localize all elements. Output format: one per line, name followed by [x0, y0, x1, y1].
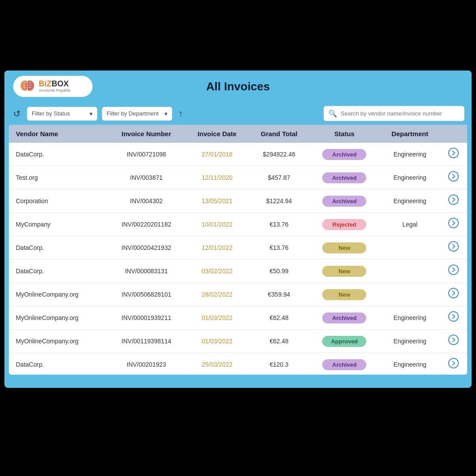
col-invoice-date: Invoice Date [185, 125, 249, 143]
svg-point-5 [449, 195, 458, 205]
cell-status: Archived [309, 353, 380, 375]
table-row: DataCorp.INV/0020192325/03/2022€120.3Arc… [9, 353, 467, 375]
page-title: All Invoices [206, 80, 270, 93]
search-box: 🔍 [324, 106, 465, 121]
table-container: Vendor Name Invoice Number Invoice Date … [9, 125, 467, 375]
cell-department: Engineering [379, 143, 440, 166]
cell-nav[interactable] [440, 306, 467, 330]
filter-dept-label: Filter by Department [107, 110, 159, 117]
row-nav-button[interactable] [448, 334, 459, 348]
status-badge: Rejected [322, 219, 366, 230]
svg-point-8 [449, 265, 458, 275]
chevron-right-circle-icon [448, 357, 459, 369]
cell-nav[interactable] [440, 213, 467, 236]
cell-invoice-date: 01/03/2022 [185, 330, 249, 353]
cell-invoice-date: 01/03/2022 [185, 306, 249, 330]
status-badge: Archived [322, 359, 366, 370]
cell-invoice-number: INV/00220201182 [108, 213, 186, 236]
header-bar: BiZBOX Accounts Payable All Invoices [4, 71, 472, 102]
logo-text: BiZBOX Accounts Payable [39, 80, 71, 93]
svg-point-6 [449, 218, 458, 228]
table-row: MyOnlineCompany.orgINV/0011939811401/03/… [9, 330, 467, 353]
row-nav-button[interactable] [448, 147, 459, 161]
row-nav-button[interactable] [448, 287, 459, 301]
chevron-right-circle-icon [448, 147, 459, 159]
cell-department: Legal [379, 213, 440, 236]
filter-dept-dropdown[interactable]: Filter by Department ▾ [102, 107, 172, 121]
chevron-right-circle-icon [448, 334, 459, 346]
status-badge: Archived [322, 172, 366, 183]
table-row: DataCorp.INV/0072109827/01/2016$294922.4… [9, 143, 467, 166]
cell-nav[interactable] [440, 283, 467, 306]
cell-grand-total: $457.87 [249, 166, 309, 190]
reset-button[interactable]: ↺ [11, 107, 22, 121]
svg-point-10 [449, 312, 458, 321]
table-row: DataCorp.INV/0002042193212/01/2022€13.76… [9, 236, 467, 260]
cell-department [379, 283, 440, 306]
sort-button[interactable]: ↑ [177, 107, 185, 120]
chevron-right-circle-icon [448, 194, 459, 205]
cell-vendor: DataCorp. [9, 260, 108, 283]
row-nav-button[interactable] [448, 357, 459, 372]
logo-box: BiZBOX Accounts Payable [13, 76, 93, 97]
cell-status: Approved [309, 330, 380, 353]
cell-invoice-date: 12/01/2022 [185, 236, 249, 260]
cell-department [379, 260, 440, 283]
cell-grand-total: $294922.46 [249, 143, 309, 166]
row-nav-button[interactable] [448, 264, 459, 278]
cell-invoice-number: INV/000083131 [108, 260, 186, 283]
cell-department: Engineering [379, 353, 440, 375]
col-department: Department [379, 125, 440, 143]
cell-nav[interactable] [440, 330, 467, 353]
cell-invoice-number: INV/00201923 [108, 353, 186, 375]
search-icon: 🔍 [328, 109, 337, 118]
cell-invoice-date: 28/02/2022 [185, 283, 249, 306]
cell-vendor: Corporation [9, 190, 108, 213]
brain-icon [19, 78, 35, 94]
cell-invoice-number: INV/00001939211 [108, 306, 186, 330]
cell-nav[interactable] [440, 236, 467, 260]
chevron-right-circle-icon [448, 287, 459, 299]
cell-department: Engineering [379, 166, 440, 190]
cell-department [379, 236, 440, 260]
col-grand-total: Grand Total [249, 125, 309, 143]
cell-department: Engineering [379, 330, 440, 353]
row-nav-button[interactable] [448, 194, 459, 208]
cell-nav[interactable] [440, 143, 467, 166]
cell-invoice-date: 12/11/2020 [185, 166, 249, 190]
col-status: Status [309, 125, 380, 143]
cell-status: Archived [309, 143, 380, 166]
row-nav-button[interactable] [448, 171, 459, 185]
table-row: MyCompanyINV/0022020118210/01/2022€13.76… [9, 213, 467, 236]
cell-nav[interactable] [440, 190, 467, 213]
cell-status: New [309, 283, 380, 306]
cell-grand-total: €13.76 [249, 213, 309, 236]
cell-invoice-date: 13/05/2021 [185, 190, 249, 213]
cell-status: Archived [309, 166, 380, 190]
cell-vendor: MyCompany [9, 213, 108, 236]
cell-nav[interactable] [440, 166, 467, 190]
row-nav-button[interactable] [448, 241, 459, 255]
main-area: BiZBOX Accounts Payable All Invoices ↺ F… [4, 71, 472, 388]
svg-point-7 [449, 242, 458, 251]
svg-point-9 [449, 288, 458, 298]
svg-point-12 [449, 358, 458, 368]
table-row: CorporationINV/00430213/05/2021$1224.94A… [9, 190, 467, 213]
cell-invoice-date: 10/01/2022 [185, 213, 249, 236]
filter-status-dropdown[interactable]: Filter by Status ▾ [27, 107, 97, 121]
cell-vendor: MyOnlineCompany.org [9, 330, 108, 353]
search-input[interactable] [341, 110, 460, 117]
table-row: MyOnlineCompany.orgINV/0000193921101/03/… [9, 306, 467, 330]
logo-subtitle: Accounts Payable [39, 89, 71, 93]
cell-status: Rejected [309, 213, 380, 236]
chevron-right-circle-icon [448, 241, 459, 252]
cell-invoice-date: 03/02/2022 [185, 260, 249, 283]
row-nav-button[interactable] [448, 217, 459, 231]
cell-vendor: Test.org [9, 166, 108, 190]
row-nav-button[interactable] [448, 311, 459, 325]
cell-department: Engineering [379, 306, 440, 330]
chevron-down-icon: ▾ [89, 110, 93, 117]
cell-nav[interactable] [440, 353, 467, 375]
col-actions [440, 125, 467, 143]
cell-nav[interactable] [440, 260, 467, 283]
